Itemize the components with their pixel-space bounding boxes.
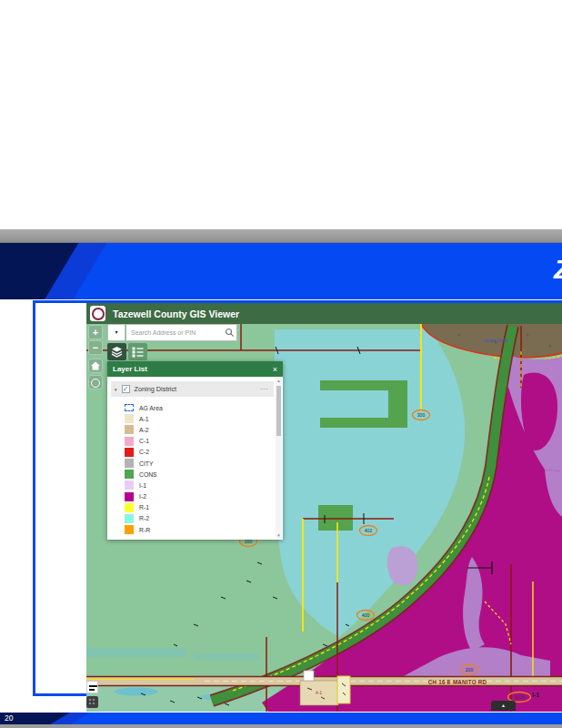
- legend-label: A-1: [139, 416, 149, 422]
- layer-list-button[interactable]: [107, 343, 126, 360]
- band-partial-title-text: Z: [554, 254, 562, 285]
- zone-i1-label: I-1: [532, 692, 539, 698]
- legend-entry[interactable]: AG Area: [107, 402, 283, 413]
- legend-label: CITY: [139, 460, 153, 467]
- legend-label: C-2: [139, 449, 149, 455]
- legend-entry[interactable]: R-2: [107, 513, 283, 524]
- legend-label: AG Area: [139, 405, 163, 411]
- layer-list-panel: Layer List × ▾ ✓ Zoning District ⋯ AG Ar…: [107, 361, 283, 540]
- app-header: Tazewell County GIS Viewer: [86, 303, 562, 324]
- slide: Z: [0, 0, 562, 728]
- home-button[interactable]: [88, 359, 103, 373]
- county-seal-icon: [90, 306, 105, 321]
- legend-label: I-2: [139, 493, 146, 500]
- legend-swatch: [125, 425, 134, 434]
- parcel-number: 402: [365, 528, 373, 533]
- legend-entry[interactable]: I-1: [107, 480, 283, 490]
- legend-list: AG Area A-1 A-2 C-1 C-2 CITY CONS I-1 I-…: [107, 402, 283, 535]
- search-icon[interactable]: [225, 328, 235, 338]
- legend-swatch: [125, 459, 134, 468]
- layers-icon: [110, 346, 124, 358]
- teal-band: [194, 653, 259, 660]
- legend-label: A-2: [139, 427, 149, 433]
- scroll-down-icon[interactable]: ▼: [276, 533, 282, 538]
- footer-gray-strip: [0, 724, 562, 728]
- legend-swatch: [125, 525, 134, 534]
- scroll-thumb[interactable]: [276, 386, 281, 436]
- legend-label: CONS: [139, 471, 157, 478]
- parcel-small: [337, 676, 350, 703]
- legend-entry[interactable]: A-1: [107, 413, 283, 424]
- legend-swatch: [125, 480, 134, 490]
- scroll-up-icon[interactable]: ▲: [276, 379, 282, 383]
- legend-swatch: [125, 514, 134, 523]
- legend-icon: [131, 346, 145, 358]
- legend-label: R-R: [139, 527, 150, 533]
- pond: [115, 688, 158, 696]
- app-title: Tazewell County GIS Viewer: [113, 308, 239, 319]
- legend-entry[interactable]: C-2: [107, 447, 283, 458]
- search-input[interactable]: [126, 324, 237, 341]
- parcel-number: 300: [417, 412, 426, 418]
- layer-group-label: Zoning District: [135, 385, 177, 393]
- legend-entry[interactable]: CITY: [107, 458, 283, 469]
- parcel-number: 200: [466, 667, 474, 672]
- footer-stripe-shape: [0, 713, 562, 724]
- parcel-number: 1100: [514, 694, 524, 700]
- place-label: Hines Field: [484, 338, 507, 343]
- slide-title-band: Z: [0, 243, 562, 299]
- legend-swatch: [125, 503, 134, 512]
- slide-divider-bar: [0, 229, 562, 244]
- locate-button[interactable]: [88, 375, 103, 389]
- legend-entry[interactable]: A-2: [107, 424, 283, 435]
- layer-list-title: Layer List: [113, 365, 147, 373]
- parcel-label: A-1: [316, 691, 323, 695]
- parcel-number: 400: [362, 612, 370, 618]
- legend-swatch: [125, 404, 134, 411]
- legend-button[interactable]: [128, 343, 147, 360]
- locate-icon: [91, 379, 100, 388]
- road-label: CH 16 E MANITO RD: [428, 679, 487, 685]
- legend-label: I-1: [139, 482, 146, 489]
- attribution-toggle-button[interactable]: ▲: [491, 701, 516, 711]
- legend-swatch: [125, 414, 134, 423]
- zone-purple-pocket: [387, 546, 417, 585]
- panel-scrollbar[interactable]: ▲ ▼: [276, 378, 282, 539]
- legend-entry[interactable]: I-2: [107, 491, 283, 502]
- overview-map-icon[interactable]: [86, 696, 98, 708]
- road-marker-box: [304, 671, 314, 681]
- legend-label: R-1: [139, 504, 149, 511]
- legend-entry[interactable]: CONS: [107, 469, 283, 480]
- legend-entry[interactable]: C-1: [107, 436, 283, 447]
- home-icon: [89, 359, 102, 372]
- legend-entry[interactable]: R-1: [107, 502, 283, 513]
- zoom-in-button[interactable]: +: [88, 325, 103, 339]
- layer-menu-icon[interactable]: ⋯: [260, 385, 274, 393]
- legend-swatch: [125, 470, 134, 479]
- layer-checkbox[interactable]: ✓: [122, 385, 130, 393]
- legend-label: C-1: [139, 438, 149, 444]
- close-icon[interactable]: ×: [273, 365, 277, 374]
- legend-label: R-2: [139, 515, 149, 521]
- teal-band: [86, 648, 186, 657]
- search-dropdown-button[interactable]: ▾: [107, 324, 125, 341]
- gis-viewer-screenshot: Hines Field A-1 I-1 CH 16 E MANITO RD 30…: [86, 303, 562, 712]
- legend-swatch: [125, 437, 134, 446]
- page-number: 20: [5, 713, 13, 723]
- slide-footer-band: 20: [0, 713, 562, 724]
- zoom-out-button[interactable]: −: [88, 340, 103, 355]
- expander-icon[interactable]: ▾: [115, 387, 117, 392]
- scale-bar: [86, 681, 98, 693]
- layer-group-row[interactable]: ▾ ✓ Zoning District ⋯: [111, 381, 274, 397]
- legend-swatch: [125, 448, 134, 457]
- band-stripe-shape: [0, 243, 562, 299]
- legend-swatch: [125, 492, 134, 501]
- layer-list-header: Layer List ×: [107, 361, 283, 377]
- legend-entry[interactable]: R-R: [107, 524, 283, 535]
- chevron-down-icon: ▾: [115, 329, 117, 335]
